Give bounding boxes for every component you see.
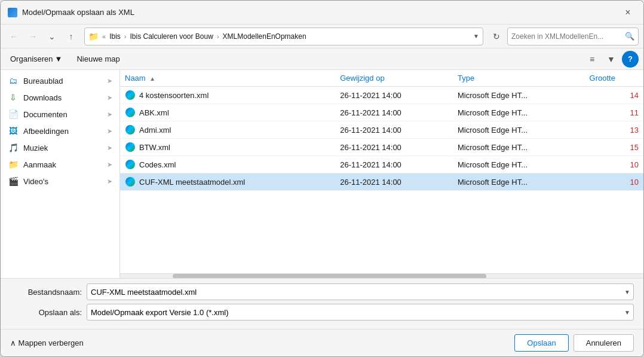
col-header-modified[interactable]: Gewijzigd op bbox=[335, 70, 453, 87]
toolbar-right: ≡ ▼ ? bbox=[584, 51, 639, 68]
filename-input[interactable] bbox=[87, 283, 634, 300]
filename-label: Bestandsnaam: bbox=[10, 288, 82, 297]
table-row[interactable]: BTW.xml 26-11-2021 14:00 Microsoft Edge … bbox=[120, 139, 643, 156]
images-icon: 🖼 bbox=[8, 126, 19, 136]
dialog-title: Model/Opmaak opslaan als XML bbox=[22, 8, 620, 17]
folder-icon: 📁 bbox=[88, 32, 99, 41]
pin-icon-5: ➤ bbox=[107, 161, 112, 169]
table-header-row: Naam ▲ Gewijzigd op Type Grootte bbox=[120, 70, 643, 87]
table-row[interactable]: Admi.xml 26-11-2021 14:00 Microsoft Edge… bbox=[120, 121, 643, 139]
file-type-2: Microsoft Edge HT... bbox=[453, 121, 585, 139]
file-name-4: Codes.xml bbox=[139, 160, 176, 169]
file-icon-0 bbox=[125, 90, 136, 100]
saveas-input[interactable] bbox=[87, 304, 634, 321]
edge-icon-3 bbox=[125, 142, 135, 152]
file-type-1: Microsoft Edge HT... bbox=[453, 104, 585, 121]
file-size-4: 10 bbox=[585, 156, 643, 173]
sidebar-label-muziek: Muziek bbox=[23, 144, 102, 152]
filename-input-wrapper: ▼ bbox=[87, 283, 634, 300]
title-bar: Model/Opmaak opslaan als XML × bbox=[1, 1, 643, 25]
refresh-button[interactable]: ↻ bbox=[488, 28, 505, 45]
sidebar-item-afbeeldingen[interactable]: 🖼 Afbeeldingen ➤ bbox=[1, 123, 119, 139]
organize-button[interactable]: Organiseren ▼ bbox=[5, 52, 67, 66]
file-name-5: CUF-XML meetstaatmodel.xml bbox=[139, 178, 245, 187]
sidebar-item-downloads[interactable]: ⇩ Downloads ➤ bbox=[1, 89, 119, 106]
file-name-cell-4: Codes.xml bbox=[120, 156, 335, 173]
sidebar-item-bureaublad[interactable]: 🗂 Bureaublad ➤ bbox=[1, 72, 119, 89]
table-row[interactable]: ABK.xml 26-11-2021 14:00 Microsoft Edge … bbox=[120, 104, 643, 121]
file-size-2: 13 bbox=[585, 121, 643, 139]
view-options-button[interactable]: ≡ bbox=[584, 51, 600, 68]
dialog-window: Model/Opmaak opslaan als XML × ← → ⌄ ↑ 📁… bbox=[0, 0, 644, 357]
docs-icon: 📄 bbox=[8, 109, 19, 120]
sort-icon-name: ▲ bbox=[149, 75, 155, 82]
sidebar-item-videos[interactable]: 🎬 Video's ➤ bbox=[1, 173, 119, 190]
down-button[interactable]: ⌄ bbox=[44, 28, 60, 45]
edge-icon-4 bbox=[125, 160, 135, 169]
view-dropdown-button[interactable]: ▼ bbox=[603, 51, 620, 68]
file-size-5: 10 bbox=[585, 173, 643, 191]
file-name-cell-3: BTW.xml bbox=[120, 139, 335, 156]
file-table: Naam ▲ Gewijzigd op Type Grootte bbox=[120, 70, 643, 273]
file-icon-1 bbox=[125, 107, 136, 118]
horizontal-scrollbar[interactable] bbox=[120, 273, 643, 278]
file-type-0: Microsoft Edge HT... bbox=[453, 87, 585, 104]
edge-icon-1 bbox=[125, 108, 135, 117]
sidebar-label-aanmaak: Aanmaak bbox=[23, 160, 102, 169]
pin-icon-6: ➤ bbox=[107, 178, 112, 185]
address-bar[interactable]: 📁 « Ibis › Ibis Calculeren voor Bouw › X… bbox=[84, 28, 483, 45]
file-name-cell-5: CUF-XML meetstaatmodel.xml bbox=[120, 173, 335, 191]
sidebar-item-muziek[interactable]: 🎵 Muziek ➤ bbox=[1, 139, 119, 156]
forward-button[interactable]: → bbox=[24, 28, 41, 45]
main-content: 🗂 Bureaublad ➤ ⇩ Downloads ➤ 📄 Documente… bbox=[1, 70, 643, 278]
close-button[interactable]: × bbox=[620, 4, 636, 21]
help-button[interactable]: ? bbox=[622, 51, 639, 68]
file-modified-2: 26-11-2021 14:00 bbox=[335, 121, 453, 139]
table-row[interactable]: CUF-XML meetstaatmodel.xml 26-11-2021 14… bbox=[120, 173, 643, 191]
address-segment-1: Ibis bbox=[109, 32, 121, 41]
desktop-icon: 🗂 bbox=[8, 75, 19, 86]
video-icon: 🎬 bbox=[8, 176, 19, 187]
up-button[interactable]: ↑ bbox=[63, 28, 79, 45]
edge-icon-0 bbox=[125, 90, 135, 100]
sidebar-label-bureaublad: Bureaublad bbox=[23, 77, 102, 86]
organize-dropdown-icon: ▼ bbox=[55, 54, 63, 63]
file-size-1: 11 bbox=[585, 104, 643, 121]
back-button[interactable]: ← bbox=[5, 28, 22, 45]
saveas-input-wrapper: ▼ bbox=[87, 304, 634, 321]
sidebar-item-documenten[interactable]: 📄 Documenten ➤ bbox=[1, 106, 119, 123]
table-row[interactable]: Codes.xml 26-11-2021 14:00 Microsoft Edg… bbox=[120, 156, 643, 173]
pin-icon-0: ➤ bbox=[107, 77, 112, 85]
file-icon-5 bbox=[125, 176, 136, 187]
file-icon-4 bbox=[125, 159, 136, 170]
table-row[interactable]: 4 kostensoorten.xml 26-11-2021 14:00 Mic… bbox=[120, 87, 643, 104]
col-header-type[interactable]: Type bbox=[453, 70, 585, 87]
sidebar-label-afbeeldingen: Afbeeldingen bbox=[23, 127, 102, 136]
filename-row: Bestandsnaam: ▼ bbox=[10, 283, 634, 300]
file-type-3: Microsoft Edge HT... bbox=[453, 139, 585, 156]
sidebar-label-videos: Video's bbox=[23, 177, 102, 186]
organize-label: Organiseren bbox=[10, 54, 53, 63]
hide-folders-button[interactable]: ∧ Mappen verbergen bbox=[10, 338, 84, 347]
file-pane: Naam ▲ Gewijzigd op Type Grootte bbox=[120, 70, 643, 278]
sidebar-item-aanmaak[interactable]: 📁 Aanmaak ➤ bbox=[1, 156, 119, 173]
cancel-button[interactable]: Annuleren bbox=[574, 334, 634, 352]
file-modified-3: 26-11-2021 14:00 bbox=[335, 139, 453, 156]
file-modified-0: 26-11-2021 14:00 bbox=[335, 87, 453, 104]
folder-aanmaak-icon: 📁 bbox=[8, 159, 19, 170]
col-header-name[interactable]: Naam ▲ bbox=[120, 70, 335, 87]
address-dropdown-icon[interactable]: ▼ bbox=[473, 33, 479, 39]
col-header-size[interactable]: Grootte bbox=[585, 70, 643, 87]
new-folder-button[interactable]: Nieuwe map bbox=[72, 52, 124, 66]
pin-icon-3: ➤ bbox=[107, 127, 112, 135]
search-icon: 🔍 bbox=[625, 32, 634, 41]
file-name-0: 4 kostensoorten.xml bbox=[139, 91, 208, 100]
app-icon bbox=[8, 8, 17, 17]
scrollbar-thumb bbox=[173, 274, 487, 278]
save-button[interactable]: Opslaan bbox=[514, 334, 568, 352]
edge-icon-2 bbox=[125, 125, 135, 135]
file-modified-4: 26-11-2021 14:00 bbox=[335, 156, 453, 173]
file-name-cell-2: Admi.xml bbox=[120, 121, 335, 139]
search-input[interactable] bbox=[511, 32, 622, 41]
hide-folders-label: ∧ Mappen verbergen bbox=[10, 338, 84, 347]
